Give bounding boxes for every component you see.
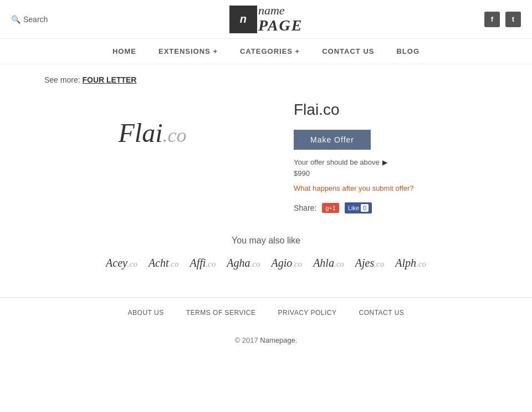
domain-suffix: .co: [416, 260, 426, 268]
search-icon: 🔍: [11, 15, 21, 24]
search-button[interactable]: 🔍 Search: [11, 15, 48, 24]
nav-blog[interactable]: BLOG: [396, 47, 420, 55]
nav-extensions[interactable]: EXTENSIONS +: [158, 47, 218, 55]
also-like-title: You may also like: [44, 236, 488, 246]
footer-link[interactable]: PRIVACY POLICY: [278, 309, 337, 317]
fb-count: 0: [361, 204, 369, 212]
gplus-button[interactable]: g+1: [322, 203, 339, 213]
product-section: Flai.co Flai.co Make Offer Your offer sh…: [44, 95, 488, 213]
facebook-like-button[interactable]: Like 0: [345, 202, 372, 213]
breadcrumb-prefix: See more:: [44, 75, 80, 84]
domain-suffix: .co: [206, 260, 216, 268]
domain-main: Agha: [227, 257, 250, 269]
brand-link[interactable]: Namepage.: [260, 336, 297, 344]
product-logo-main: Flai: [119, 118, 163, 147]
domain-suffix: .co: [169, 260, 179, 268]
footer-links: ABOUT USTERMS OF SERVICEPRIVACY POLICYCO…: [0, 297, 532, 328]
twitter-icon[interactable]: t: [505, 12, 521, 27]
domain-main: Ahla: [313, 257, 334, 269]
footer-bottom: © 2017 Namepage.: [0, 328, 532, 353]
copyright: © 2017: [235, 336, 258, 344]
logo-box: n: [229, 6, 257, 33]
nav-categories[interactable]: CATEGORIES +: [240, 47, 300, 55]
header: 🔍 Search n name PAGE f t: [0, 0, 532, 39]
footer-link[interactable]: TERMS OF SERVICE: [186, 309, 256, 317]
domain-main: Alph: [395, 257, 416, 269]
offer-hint: Your offer should be above ▶: [294, 158, 488, 166]
domain-main: Acht: [149, 257, 169, 269]
also-like-item[interactable]: Alph.co: [395, 257, 426, 269]
logo-symbol: n: [240, 13, 247, 26]
domain-main: Agio: [271, 257, 292, 269]
fb-like-label: Like: [348, 205, 359, 211]
search-label: Search: [23, 15, 48, 24]
nav-home[interactable]: HOME: [112, 47, 136, 55]
what-happens-link[interactable]: What happens after you submit offer?: [294, 184, 488, 192]
logo-text: name PAGE: [258, 4, 303, 34]
domain-suffix: .co: [250, 260, 260, 268]
breadcrumb-link[interactable]: FOUR LETTER: [82, 75, 136, 84]
offer-hint-text: Your offer should be above: [294, 158, 380, 166]
arrow-icon: ▶: [382, 159, 387, 166]
domain-suffix: .co: [292, 260, 302, 268]
also-like-item[interactable]: Agha.co: [227, 257, 260, 269]
domain-suffix: .co: [374, 260, 384, 268]
facebook-icon[interactable]: f: [484, 12, 500, 27]
nav-contact[interactable]: CONTACT US: [322, 47, 374, 55]
main-content: See more: FOUR LETTER Flai.co Flai.co Ma…: [0, 64, 532, 297]
domain-main: Acey: [106, 257, 127, 269]
also-like-item[interactable]: Ahla.co: [313, 257, 344, 269]
product-logo-display: Flai.co: [119, 118, 187, 148]
share-label: Share:: [294, 204, 316, 212]
also-like-item[interactable]: Ajes.co: [355, 257, 384, 269]
product-logo-area: Flai.co: [44, 95, 260, 170]
make-offer-button[interactable]: Make Offer: [294, 130, 371, 150]
share-row: Share: g+1 Like 0: [294, 202, 488, 213]
also-like-item[interactable]: Acht.co: [149, 257, 179, 269]
also-like-item[interactable]: Acey.co: [106, 257, 137, 269]
logo-link[interactable]: n name PAGE: [229, 4, 303, 34]
also-like-section: You may also like Acey.coAcht.coAffi.coA…: [44, 236, 488, 269]
domain-title: Flai.co: [294, 101, 488, 119]
logo-page: PAGE: [258, 17, 303, 34]
domain-main: Affi: [190, 257, 206, 269]
also-like-item[interactable]: Affi.co: [190, 257, 216, 269]
product-logo-suffix: .co: [163, 124, 187, 146]
breadcrumb: See more: FOUR LETTER: [44, 75, 488, 84]
domain-main: Ajes: [355, 257, 374, 269]
logo-name: name: [258, 4, 303, 17]
domain-suffix: .co: [334, 260, 344, 268]
domain-suffix: .co: [127, 260, 137, 268]
product-info: Flai.co Make Offer Your offer should be …: [294, 95, 488, 213]
footer-link[interactable]: CONTACT US: [359, 309, 404, 317]
main-nav: HOME EXTENSIONS + CATEGORIES + CONTACT U…: [0, 39, 532, 64]
offer-amount: $990: [294, 169, 488, 177]
social-icons: f t: [484, 12, 521, 27]
also-like-grid: Acey.coAcht.coAffi.coAgha.coAgio.coAhla.…: [44, 257, 488, 269]
also-like-item[interactable]: Agio.co: [271, 257, 302, 269]
footer-link[interactable]: ABOUT US: [128, 309, 164, 317]
